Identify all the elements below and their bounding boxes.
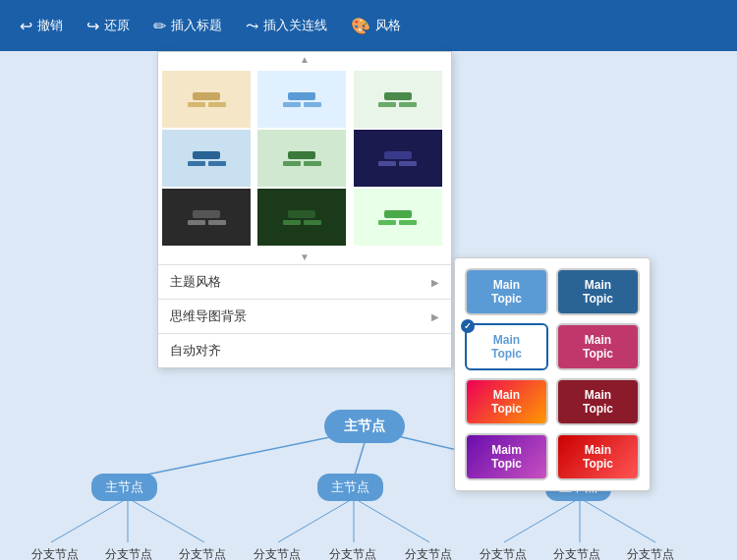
style-btn-1[interactable]: Main Topic [465,268,548,315]
theme-thumb-1[interactable] [162,71,251,128]
style-btn-7-label: Maim Topic [491,443,522,471]
style-btn-8-label: Main Topic [583,443,613,471]
leaf-8: 分支节点 [553,546,600,560]
mind-bg-label: 思维导图背景 [170,308,247,325]
insert-line-button[interactable]: ⤳ 插入关连线 [236,11,337,41]
redo-icon: ↪ [86,17,99,35]
leaf-7: 分支节点 [480,546,527,560]
scroll-up-icon[interactable]: ▲ [300,54,310,65]
svg-line-9 [504,498,580,542]
insert-line-label: 插入关连线 [263,17,327,34]
mind-bg-item[interactable]: 思维导图背景 ▶ [158,300,451,333]
style-picker: Main Topic Main Topic Main Topic Main To… [454,257,651,491]
theme-thumb-3[interactable] [354,71,442,128]
style-button[interactable]: 🎨 风格 [341,11,411,41]
leaf-2: 分支节点 [105,546,152,560]
style-btn-2[interactable]: Main Topic [556,268,640,315]
palette-icon: 🎨 [351,17,370,35]
theme-thumb-5[interactable] [257,130,346,187]
theme-style-item[interactable]: 主题风格 ▶ [158,265,451,299]
style-btn-7[interactable]: Maim Topic [465,433,548,480]
style-btn-5[interactable]: Main Topic [465,378,548,425]
scroll-down-icon[interactable]: ▼ [300,252,310,262]
leaf-5: 分支节点 [329,546,376,560]
style-btn-3[interactable]: Main Topic [465,323,548,370]
svg-line-3 [51,498,128,542]
style-btn-4[interactable]: Main Topic [556,323,640,370]
line-icon: ⤳ [246,17,258,35]
theme-thumb-2[interactable] [257,71,346,128]
pencil-icon: ✏ [153,17,166,35]
style-btn-4-label: Main Topic [583,333,613,361]
branch-node-2[interactable]: 主节点 [317,474,383,501]
style-label: 风格 [375,17,401,34]
theme-style-arrow: ▶ [431,277,439,288]
undo-button[interactable]: ↩ 撤销 [10,11,73,41]
main-node[interactable]: 主节点 [324,410,405,443]
style-btn-8[interactable]: Main Topic [556,433,640,480]
leaf-6: 分支节点 [405,546,452,560]
style-btn-2-label: Main Topic [583,278,613,306]
theme-grid [158,67,451,250]
main-area: 主节点 主节点 主节点 主节点 分支节点 分支节点 分支节点 分支节点 分支节点… [0,51,737,560]
leaf-3: 分支节点 [179,546,226,560]
theme-thumb-6[interactable] [354,130,442,187]
redo-label: 还原 [104,17,130,34]
auto-align-label: 自动对齐 [170,342,221,360]
branch-node-1[interactable]: 主节点 [91,474,157,501]
auto-align-item[interactable]: 自动对齐 [158,334,451,367]
style-btn-5-label: Main Topic [491,388,522,416]
theme-panel: ▲ [157,51,452,368]
svg-line-11 [580,498,655,542]
leaf-4: 分支节点 [254,546,301,560]
mind-bg-arrow: ▶ [431,311,439,322]
style-btn-3-label: Main Topic [491,333,522,361]
insert-label-label: 插入标题 [171,17,222,34]
theme-thumb-7[interactable] [162,189,251,246]
theme-thumb-4[interactable] [162,130,251,187]
theme-style-label: 主题风格 [170,273,221,291]
svg-line-6 [278,498,354,542]
toolbar: ↩ 撤销 ↪ 还原 ✏ 插入标题 ⤳ 插入关连线 🎨 风格 [0,0,737,51]
style-btn-6-label: Main Topic [583,388,613,416]
insert-label-button[interactable]: ✏ 插入标题 [143,11,232,41]
undo-label: 撤销 [37,17,63,34]
leaf-9: 分支节点 [627,546,674,560]
theme-thumb-8[interactable] [257,189,346,246]
undo-icon: ↩ [20,17,32,35]
svg-line-5 [128,498,204,542]
redo-button[interactable]: ↪ 还原 [77,11,140,41]
leaf-1: 分支节点 [31,546,79,560]
style-btn-6[interactable]: Main Topic [556,378,640,425]
theme-thumb-9[interactable] [354,189,442,246]
svg-line-8 [354,498,429,542]
style-btn-1-label: Main Topic [491,278,522,306]
